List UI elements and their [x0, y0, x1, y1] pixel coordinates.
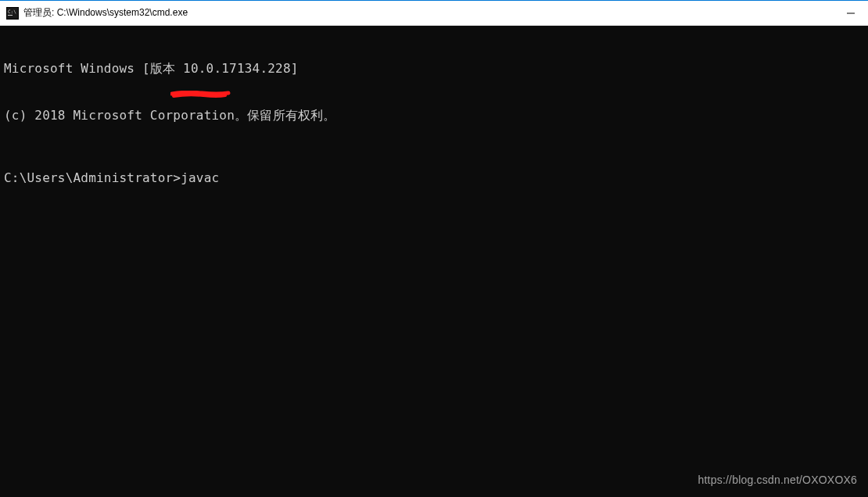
terminal-line: (c) 2018 Microsoft Corporation。保留所有权利。 — [4, 108, 864, 123]
command-text: javac — [181, 170, 219, 185]
cmd-window: C:\ 管理员: C:\Windows\system32\cmd.exe Mic… — [0, 0, 868, 497]
svg-rect-3 — [8, 15, 13, 16]
svg-text:C:\: C:\ — [8, 9, 16, 14]
minimize-button[interactable] — [833, 1, 868, 25]
window-controls — [833, 1, 868, 25]
prompt-line: C:\Users\Administrator>javac — [4, 170, 864, 186]
cmd-icon: C:\ — [6, 7, 19, 20]
window-title: 管理员: C:\Windows\system32\cmd.exe — [23, 6, 833, 20]
terminal-line: Microsoft Windows [版本 10.0.17134.228] — [4, 61, 864, 77]
terminal-area[interactable]: Microsoft Windows [版本 10.0.17134.228] (c… — [0, 26, 868, 497]
titlebar[interactable]: C:\ 管理员: C:\Windows\system32\cmd.exe — [0, 1, 868, 26]
red-annotation-underline — [170, 91, 233, 95]
watermark-text: https://blog.csdn.net/OXOXOX6 — [698, 472, 857, 488]
minimize-icon — [847, 9, 855, 17]
prompt-text: C:\Users\Administrator> — [4, 170, 181, 185]
